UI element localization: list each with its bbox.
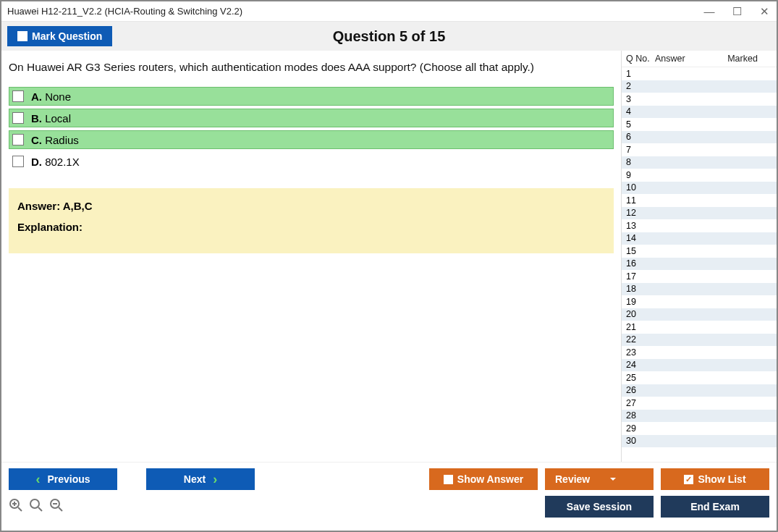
show-answer-button[interactable]: Show Answer [429, 468, 538, 490]
question-row-28[interactable]: 28 [622, 410, 777, 423]
row-qno: 5 [626, 119, 655, 130]
svg-point-4 [30, 499, 39, 508]
row-qno: 12 [626, 208, 655, 218]
question-row-10[interactable]: 10 [622, 182, 777, 195]
option-B[interactable]: B. Local [9, 109, 614, 127]
row-qno: 16 [626, 258, 655, 269]
question-row-12[interactable]: 12 [622, 207, 777, 220]
option-D[interactable]: D. 802.1X [9, 152, 614, 171]
row-qno: 30 [626, 436, 655, 446]
save-session-label: Save Session [567, 501, 632, 512]
question-row-17[interactable]: 17 [622, 270, 777, 283]
question-row-16[interactable]: 16 [622, 258, 777, 271]
row-qno: 3 [626, 94, 655, 104]
question-row-23[interactable]: 23 [622, 346, 777, 359]
header-qno: Q No. [626, 54, 655, 64]
option-label: C. Radius [31, 134, 79, 146]
question-row-22[interactable]: 22 [622, 334, 777, 347]
zoom-reset-icon[interactable] [29, 498, 43, 516]
save-session-button[interactable]: Save Session [545, 496, 654, 518]
answer-label: Answer: A,B,C [17, 200, 605, 212]
zoom-out-icon[interactable] [49, 498, 64, 516]
row-qno: 8 [626, 157, 655, 167]
row-qno: 7 [626, 145, 655, 155]
question-row-6[interactable]: 6 [622, 131, 777, 144]
row-qno: 20 [626, 309, 655, 319]
question-row-27[interactable]: 27 [622, 397, 777, 410]
question-row-8[interactable]: 8 [622, 156, 777, 169]
review-label: Review [555, 473, 590, 485]
question-row-4[interactable]: 4 [622, 106, 777, 119]
question-row-1[interactable]: 1 [622, 67, 777, 80]
row-qno: 21 [626, 322, 655, 332]
row-qno: 13 [626, 221, 655, 231]
question-row-3[interactable]: 3 [622, 93, 777, 106]
show-list-check-icon: ✓ [684, 475, 693, 484]
question-list-body[interactable]: 1234567891011121314151617181920212223242… [622, 67, 777, 462]
row-qno: 25 [626, 373, 655, 383]
row-qno: 17 [626, 271, 655, 282]
question-row-9[interactable]: 9 [622, 169, 777, 182]
row-qno: 26 [626, 385, 655, 395]
question-row-25[interactable]: 25 [622, 371, 777, 384]
row-qno: 23 [626, 347, 655, 358]
show-answer-label: Show Answer [457, 473, 523, 485]
footer-row-2: Save Session End Exam [9, 496, 769, 518]
question-row-29[interactable]: 29 [622, 422, 777, 435]
row-qno: 2 [626, 81, 655, 91]
question-row-26[interactable]: 26 [622, 384, 777, 397]
mark-question-label: Mark Question [32, 30, 102, 42]
question-row-20[interactable]: 20 [622, 308, 777, 321]
svg-line-1 [18, 507, 22, 511]
row-qno: 22 [626, 334, 655, 345]
zoom-in-icon[interactable] [9, 498, 23, 516]
row-qno: 6 [626, 132, 655, 142]
option-checkbox[interactable] [12, 90, 24, 102]
footer: Previous Next Show Answer Review ✓Show L… [1, 462, 777, 531]
question-row-2[interactable]: 2 [622, 80, 777, 93]
row-qno: 28 [626, 410, 655, 421]
option-label: D. 802.1X [31, 156, 80, 168]
option-label: A. None [31, 90, 71, 103]
minimize-icon[interactable]: — [703, 5, 716, 18]
explanation-label: Explanation: [17, 221, 605, 233]
options-list: A. NoneB. LocalC. RadiusD. 802.1X [9, 87, 614, 171]
option-C[interactable]: C. Radius [9, 130, 614, 149]
close-icon[interactable]: ✕ [758, 5, 771, 18]
end-exam-label: End Exam [690, 501, 740, 512]
window-controls: — ☐ ✕ [703, 5, 771, 18]
question-row-19[interactable]: 19 [622, 295, 777, 308]
titlebar: Huawei H12-211_V2.2 (HCIA-Routing & Swit… [1, 1, 777, 22]
mark-question-button[interactable]: Mark Question [7, 26, 112, 46]
review-dropdown[interactable]: Review [545, 468, 654, 490]
question-row-15[interactable]: 15 [622, 245, 777, 258]
app-window: Huawei H12-211_V2.2 (HCIA-Routing & Swit… [0, 0, 778, 532]
question-row-13[interactable]: 13 [622, 219, 777, 232]
header-answer: Answer [655, 54, 713, 64]
option-A[interactable]: A. None [9, 87, 614, 106]
question-row-5[interactable]: 5 [622, 118, 777, 131]
show-list-button[interactable]: ✓Show List [661, 468, 769, 490]
end-exam-button[interactable]: End Exam [661, 496, 769, 518]
maximize-icon[interactable]: ☐ [730, 5, 743, 18]
mark-checkbox-icon [17, 31, 28, 41]
question-row-18[interactable]: 18 [622, 283, 777, 296]
row-qno: 10 [626, 182, 655, 193]
question-row-24[interactable]: 24 [622, 359, 777, 372]
show-answer-checkbox-icon [444, 475, 453, 484]
question-row-7[interactable]: 7 [622, 143, 777, 156]
question-row-30[interactable]: 30 [622, 435, 777, 448]
question-row-21[interactable]: 21 [622, 321, 777, 334]
previous-button[interactable]: Previous [9, 468, 117, 490]
question-row-11[interactable]: 11 [622, 194, 777, 207]
option-checkbox[interactable] [12, 156, 24, 167]
zoom-controls [9, 498, 64, 516]
option-checkbox[interactable] [12, 112, 24, 124]
header-marked: Marked [713, 54, 772, 64]
row-qno: 11 [626, 195, 655, 206]
answer-box: Answer: A,B,C Explanation: [9, 188, 614, 253]
question-row-14[interactable]: 14 [622, 232, 777, 245]
row-qno: 29 [626, 423, 655, 434]
option-checkbox[interactable] [12, 134, 24, 145]
next-button[interactable]: Next [146, 468, 255, 490]
